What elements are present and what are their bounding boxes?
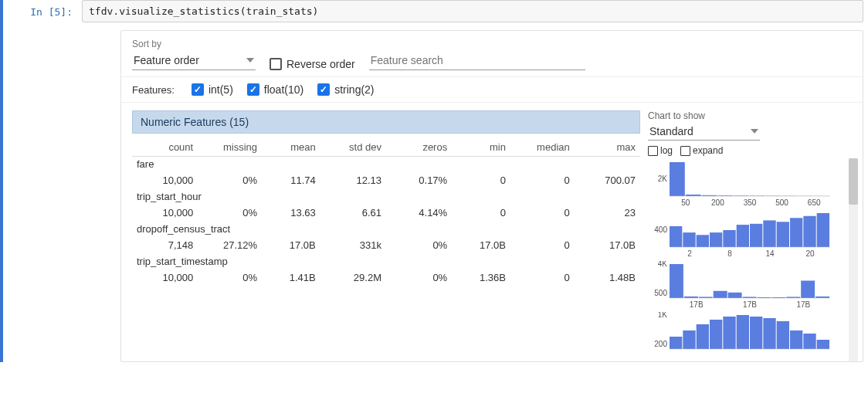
output-widget: Sort by Feature order Reverse order Feat… (120, 30, 863, 362)
svg-text:20: 20 (805, 249, 815, 258)
svg-rect-64 (803, 334, 815, 349)
log-checkbox[interactable]: log (648, 145, 673, 156)
svg-text:650: 650 (808, 198, 821, 207)
svg-rect-27 (790, 219, 802, 248)
svg-text:1K: 1K (658, 312, 668, 319)
svg-rect-23 (737, 225, 749, 247)
reverse-order-checkbox[interactable]: Reverse order (270, 58, 355, 70)
chevron-down-icon (246, 58, 254, 63)
filter-string-checkbox[interactable]: ✓ string(2) (317, 83, 374, 96)
scrollbar[interactable] (849, 158, 858, 361)
chart-type-select[interactable]: Standard (648, 123, 760, 141)
svg-rect-65 (817, 340, 829, 349)
feature-name[interactable]: trip_start_timestamp (132, 254, 640, 270)
cell-mean: 17.0B (262, 238, 320, 254)
filter-float-checkbox[interactable]: ✓ float(10) (247, 83, 303, 96)
cell-min: 0 (452, 173, 510, 189)
cell-missing: 0% (198, 205, 262, 222)
cell-count: 10,000 (132, 270, 198, 286)
col-std[interactable]: std dev (320, 138, 386, 157)
code-cell[interactable]: tfdv.visualize_statistics(train_stats) (82, 0, 863, 22)
svg-text:350: 350 (744, 198, 757, 207)
svg-rect-22 (723, 230, 735, 247)
svg-rect-46 (801, 281, 815, 299)
col-count[interactable]: count (132, 138, 198, 157)
feature-name[interactable]: dropoff_census_tract (132, 222, 640, 238)
svg-text:2K: 2K (658, 175, 668, 183)
cell-mean: 11.74 (262, 173, 320, 189)
chevron-down-icon (751, 129, 758, 134)
svg-rect-26 (777, 222, 789, 248)
cell-zeros: 4.14% (386, 205, 452, 222)
svg-rect-2 (686, 195, 701, 196)
cell-median: 0 (510, 238, 575, 254)
scrollbar-thumb[interactable] (849, 158, 858, 205)
cell-zeros: 0% (386, 238, 452, 254)
svg-rect-62 (777, 321, 789, 349)
svg-rect-40 (714, 291, 727, 298)
cell-count: 10,000 (132, 205, 198, 222)
stats-table: count missing mean std dev zeros min med… (132, 138, 640, 286)
filter-int-checkbox[interactable]: ✓ int(5) (192, 83, 233, 96)
cell-min: 0 (452, 205, 510, 222)
table-row: 7,14827.12%17.0B331k0%17.0B017.0B (132, 238, 640, 254)
col-mean[interactable]: mean (262, 138, 320, 157)
svg-text:14: 14 (765, 249, 775, 258)
svg-rect-20 (697, 235, 709, 248)
checkbox-icon: ✓ (192, 83, 204, 96)
histogram-dropoff_census_tract[interactable]: 4K50017B17B17B (648, 261, 856, 309)
svg-rect-25 (763, 221, 775, 248)
svg-rect-57 (710, 320, 722, 349)
cell-max: 17.0B (575, 238, 640, 254)
histogram-fare[interactable]: 2K50200350500650 (648, 159, 856, 207)
sort-by-select[interactable]: Feature order (132, 51, 256, 70)
section-header[interactable]: Numeric Features (15) (132, 110, 640, 134)
feature-name[interactable]: fare (132, 157, 640, 174)
feature-name[interactable]: trip_start_hour (132, 189, 640, 205)
col-zeros[interactable]: zeros (386, 138, 452, 157)
cell-max: 1.48B (575, 270, 640, 286)
cell-std: 331k (320, 238, 386, 254)
col-median[interactable]: median (510, 138, 575, 157)
svg-text:200: 200 (654, 340, 667, 348)
svg-rect-55 (683, 330, 695, 349)
col-max[interactable]: max (575, 138, 640, 157)
cell-std: 29.2M (320, 270, 386, 286)
svg-rect-56 (697, 324, 709, 349)
histogram-trip_start_timestamp[interactable]: 1K200 (648, 312, 856, 360)
histogram-trip_start_hour[interactable]: 400281420 (648, 210, 856, 258)
svg-rect-37 (670, 264, 683, 298)
svg-text:4K: 4K (658, 261, 668, 268)
svg-rect-58 (723, 317, 735, 349)
cell-std: 6.61 (320, 205, 386, 222)
svg-rect-54 (670, 337, 682, 349)
cell-min: 1.36B (452, 270, 510, 286)
table-row: 10,0000%11.7412.130.17%00700.07 (132, 173, 640, 189)
svg-text:400: 400 (654, 225, 667, 234)
col-missing[interactable]: missing (198, 138, 262, 157)
cell-prompt: In [5]: (12, 0, 82, 362)
svg-text:2: 2 (687, 249, 692, 258)
svg-rect-21 (710, 232, 722, 247)
cell-max: 23 (575, 205, 640, 222)
svg-rect-24 (750, 224, 762, 247)
table-row: 10,0000%1.41B29.2M0%1.36B01.48B (132, 270, 640, 286)
cell-zeros: 0% (386, 270, 452, 286)
feature-search-input[interactable] (369, 51, 585, 70)
col-min[interactable]: min (452, 138, 510, 157)
cell-count: 7,148 (132, 238, 198, 254)
svg-text:50: 50 (681, 198, 690, 207)
svg-text:17B: 17B (796, 300, 810, 309)
svg-text:17B: 17B (743, 300, 757, 309)
cell-median: 0 (510, 173, 575, 189)
svg-text:500: 500 (654, 289, 667, 297)
svg-rect-61 (763, 318, 775, 349)
cell-missing: 0% (198, 270, 262, 286)
svg-rect-18 (670, 226, 682, 247)
cell-median: 0 (510, 205, 575, 222)
cell-count: 10,000 (132, 173, 198, 189)
svg-text:8: 8 (727, 249, 732, 258)
expand-checkbox[interactable]: expand (680, 145, 723, 156)
svg-text:17B: 17B (690, 300, 704, 309)
svg-rect-59 (737, 315, 749, 349)
